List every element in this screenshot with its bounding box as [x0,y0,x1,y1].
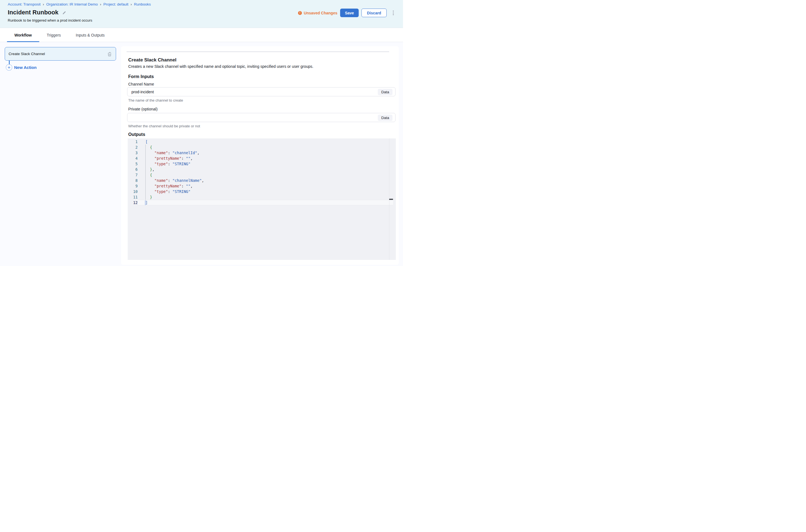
code-text: "name": "channelName", [138,178,393,183]
line-number: 12 [128,200,138,205]
save-button[interactable]: Save [340,8,359,17]
breadcrumb-separator-icon: › [100,2,101,6]
line-number: 10 [128,189,138,194]
discard-button[interactable]: Discard [362,8,387,17]
code-text: "name": "channelId", [138,150,393,155]
private-label: Private (optional) [128,107,158,111]
breadcrumb-link-organization-ir-internal-demo[interactable]: Organization: IR Internal Demo [46,2,98,6]
line-number: 4 [128,155,138,161]
private-data-button[interactable]: Data [378,115,392,121]
channel-name-input[interactable] [127,88,396,96]
code-line-9: 9 "prettyName": "", [128,183,396,189]
line-number: 3 [128,150,138,155]
tab-label: Triggers [47,33,61,37]
channel-name-field-wrap: Data [127,87,396,96]
indent-guide-line [145,145,146,200]
form-inputs-heading: Form Inputs [128,74,154,79]
workflow-action-card-create-slack-channel[interactable]: Create Slack Channel [5,47,116,61]
outputs-heading: Outputs [128,132,145,137]
code-line-2: 2 { [128,145,396,150]
code-line-10: 10 "type": "STRING" [128,189,396,194]
private-field-wrap: Data [127,113,396,122]
code-text: "prettyName": "", [138,183,393,189]
code-text: "type": "STRING" [138,189,393,194]
private-input[interactable] [127,113,396,122]
page-subtitle: Runbook to be triggered when a prod inci… [8,18,92,22]
code-line-5: 5 "type": "STRING" [128,161,396,167]
outputs-code-editor[interactable]: 1[2 {3 "name": "channelId",4 "prettyName… [128,138,396,260]
tab-inputs-outputs[interactable]: Inputs & Outputs [69,28,112,42]
page-header: Account: Transposit›Organization: IR Int… [0,0,403,28]
breadcrumb-separator-icon: › [130,2,132,6]
content-area: Create Slack Channel + New Action Create… [0,42,403,266]
code-text: "type": "STRING" [138,161,393,167]
code-line-11: 11 } [128,194,396,200]
text-cursor-caret [145,201,146,205]
tab-bar: WorkflowTriggersInputs & Outputs [0,28,403,42]
new-action-button[interactable]: + New Action [6,64,37,71]
line-number: 11 [128,194,138,200]
tab-label: Workflow [14,33,32,37]
delete-action-trash-icon[interactable] [107,51,112,57]
action-description: Creates a new Slack channel with specifi… [128,64,313,69]
plus-circle-icon: + [6,64,12,71]
workflow-connector-line [9,61,10,64]
line-number: 8 [128,178,138,183]
code-line-8: 8 "name": "channelName", [128,178,396,183]
line-number: 5 [128,161,138,167]
unsaved-changes-badge: ! Unsaved Changes [298,11,337,15]
breadcrumb: Account: Transposit›Organization: IR Int… [8,2,151,6]
line-number: 9 [128,183,138,189]
action-card-label: Create Slack Channel [8,52,45,56]
breadcrumb-separator-icon: › [43,2,44,6]
code-text: "prettyName": "", [138,155,393,161]
code-line-3: 3 "name": "channelId", [128,150,396,155]
page-title: Incident Runbook [8,9,58,16]
tab-workflow[interactable]: Workflow [7,28,39,42]
action-detail-title: Create Slack Channel [128,57,177,63]
code-text: { [138,172,393,178]
line-number: 2 [128,145,138,150]
breadcrumb-link-account-transposit[interactable]: Account: Transposit [8,2,41,6]
editor-scrollbar-thumb[interactable] [389,199,393,200]
line-number: 1 [128,139,138,145]
line-number: 7 [128,172,138,178]
new-action-label: New Action [14,65,37,70]
channel-name-label: Channel Name [128,82,154,87]
code-text: } [138,194,393,200]
code-lines: 1[2 {3 "name": "channelId",4 "prettyName… [128,139,396,205]
top-divider [127,52,389,52]
action-detail-panel: Create Slack Channel Creates a new Slack… [121,46,399,265]
line-number: 6 [128,167,138,172]
tab-label: Inputs & Outputs [76,33,105,37]
code-line-7: 7 { [128,172,396,178]
code-text: [ [138,139,393,145]
more-options-kebab-icon[interactable] [391,9,396,17]
breadcrumb-link-runbooks[interactable]: Runbooks [134,2,151,6]
private-help: Whether the channel should be private or… [128,124,200,128]
code-line-6: 6 }, [128,167,396,172]
breadcrumb-link-project-default[interactable]: Project: default [103,2,128,6]
code-line-1: 1[ [128,139,396,145]
code-line-4: 4 "prettyName": "", [128,155,396,161]
channel-name-help: The name of the channel to create [128,98,183,102]
code-text: }, [138,167,393,172]
channel-name-data-button[interactable]: Data [378,89,392,95]
unsaved-changes-label: Unsaved Changes [304,11,337,15]
tab-triggers[interactable]: Triggers [39,28,69,42]
code-line-12: 12] [128,200,396,205]
code-text: { [138,145,393,150]
code-text: ] [138,200,393,205]
alert-circle-icon: ! [298,11,302,15]
edit-title-pencil-icon[interactable] [62,11,67,15]
